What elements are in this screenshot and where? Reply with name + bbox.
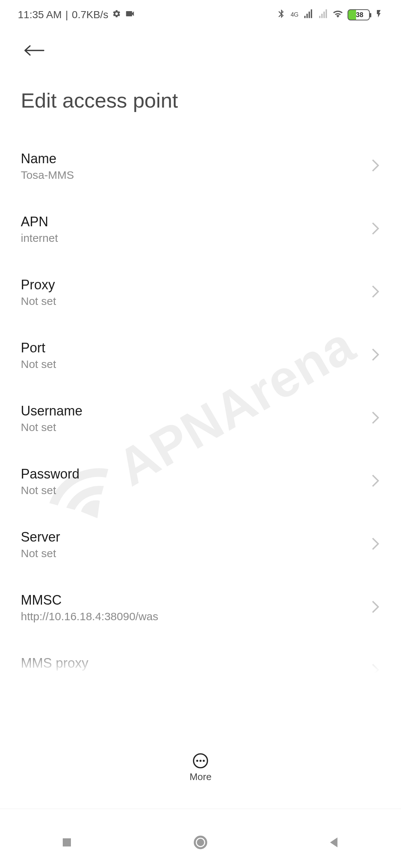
svg-point-3 <box>203 760 205 762</box>
signal-sim2-icon <box>318 9 328 22</box>
chevron-right-icon <box>371 221 380 237</box>
page-title: Edit access point <box>21 88 380 112</box>
item-label: Password <box>21 466 79 482</box>
item-label: MMS proxy <box>21 655 88 671</box>
status-time: 11:35 AM <box>18 9 62 21</box>
chevron-right-icon <box>371 158 380 174</box>
chevron-right-icon <box>371 599 380 616</box>
apn-field-name[interactable]: Name Tosa-MMS <box>21 135 380 198</box>
battery-percent: 38 <box>356 11 363 19</box>
svg-rect-4 <box>63 838 71 846</box>
chevron-right-icon <box>371 410 380 427</box>
item-label: Name <box>21 151 74 167</box>
item-value: Not set <box>21 295 56 308</box>
apn-field-mms-proxy[interactable]: MMS proxy 10.16.18.77 <box>21 639 380 702</box>
triangle-left-icon <box>326 834 342 851</box>
item-value: http://10.16.18.4:38090/was <box>21 610 158 623</box>
item-label: Proxy <box>21 277 56 293</box>
settings-list: Name Tosa-MMS APN internet Proxy Not set… <box>0 135 401 702</box>
item-value: Tosa-MMS <box>21 169 74 181</box>
wifi-icon <box>333 9 343 22</box>
item-label: Port <box>21 340 56 356</box>
item-label: Server <box>21 529 60 545</box>
circle-icon <box>192 834 209 851</box>
apn-field-username[interactable]: Username Not set <box>21 387 380 450</box>
apn-field-password[interactable]: Password Not set <box>21 450 380 513</box>
status-separator: | <box>65 9 68 21</box>
item-label: MMSC <box>21 592 158 608</box>
status-bar: 11:35 AM | 0.7KB/s 4G <box>0 0 401 30</box>
camera-icon <box>125 9 135 22</box>
apn-field-port[interactable]: Port Not set <box>21 324 380 387</box>
svg-point-1 <box>196 760 198 762</box>
more-icon <box>192 753 209 769</box>
arrow-left-icon <box>24 43 45 58</box>
more-label: More <box>189 771 211 783</box>
chevron-right-icon <box>371 347 380 364</box>
svg-point-6 <box>197 839 204 846</box>
svg-point-2 <box>199 760 202 762</box>
item-value: 10.16.18.77 <box>21 673 88 686</box>
item-value: Not set <box>21 547 60 560</box>
back-button[interactable] <box>21 40 48 62</box>
battery-indicator: 38 <box>348 9 370 20</box>
nav-home-button[interactable] <box>192 834 209 852</box>
nav-recent-button[interactable] <box>59 834 75 852</box>
item-label: APN <box>21 214 58 230</box>
chevron-right-icon <box>371 284 380 300</box>
square-icon <box>59 834 75 851</box>
nav-back-button[interactable] <box>326 834 342 852</box>
status-data-rate: 0.7KB/s <box>72 9 108 21</box>
system-nav-bar <box>0 809 401 868</box>
apn-field-server[interactable]: Server Not set <box>21 513 380 576</box>
item-value: Not set <box>21 421 82 434</box>
apn-field-proxy[interactable]: Proxy Not set <box>21 261 380 324</box>
chevron-right-icon <box>371 473 380 490</box>
item-value: Not set <box>21 484 79 497</box>
settings-icon <box>112 9 121 21</box>
chevron-right-icon <box>371 536 380 553</box>
apn-field-apn[interactable]: APN internet <box>21 198 380 261</box>
chevron-right-icon <box>371 662 380 679</box>
signal-sim1-icon <box>303 9 313 22</box>
bluetooth-icon <box>276 9 286 22</box>
network-4g-label: 4G <box>291 11 299 18</box>
item-value: Not set <box>21 358 56 371</box>
apn-field-mmsc[interactable]: MMSC http://10.16.18.4:38090/was <box>21 576 380 639</box>
item-value: internet <box>21 232 58 244</box>
item-label: Username <box>21 403 82 419</box>
charging-icon <box>374 9 383 21</box>
more-button[interactable]: More <box>0 753 401 783</box>
